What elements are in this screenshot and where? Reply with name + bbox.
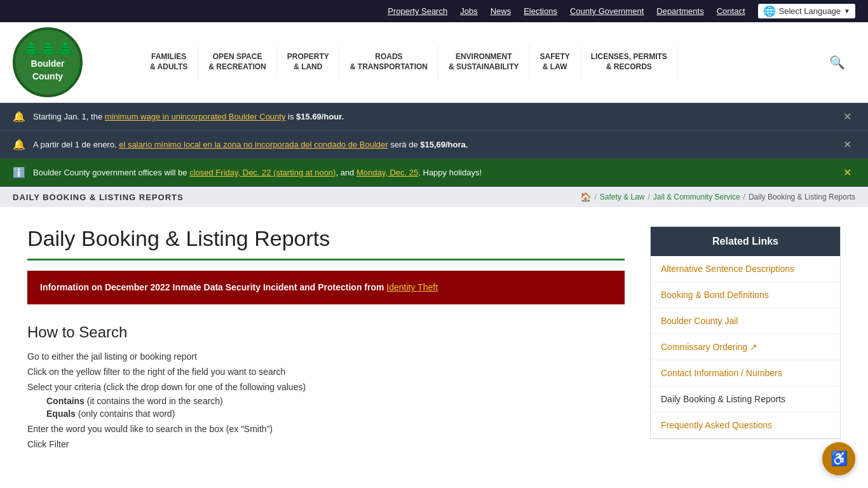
site-header: 🌲🌲🌲 Boulder County FAMILIES & ADULTS OPE… xyxy=(0,22,868,103)
home-icon[interactable]: 🏠 xyxy=(580,192,591,202)
language-label: Select Language xyxy=(779,6,841,16)
nav-property-land[interactable]: PROPERTY & LAND xyxy=(277,46,340,78)
info-icon: ℹ️ xyxy=(13,166,25,179)
nav-items-container: FAMILIES & ADULTS OPEN SPACE & RECREATIO… xyxy=(140,46,819,78)
globe-icon: 🌐 xyxy=(763,5,776,17)
alert-close-1[interactable]: ✕ xyxy=(839,109,855,124)
list-item: Enter the word you would like to search … xyxy=(27,424,625,434)
main-navigation: FAMILIES & ADULTS OPEN SPACE & RECREATIO… xyxy=(127,46,855,78)
top-nav-jobs[interactable]: Jobs xyxy=(460,6,477,16)
related-links-box: Related Links Alternative Sentence Descr… xyxy=(650,226,841,439)
site-search-button[interactable]: 🔍 xyxy=(819,48,855,76)
external-link-icon: ↗ xyxy=(750,342,757,352)
logo-tree-icon: 🌲🌲🌲 xyxy=(22,43,74,57)
breadcrumb-sep-3: / xyxy=(743,193,745,201)
related-link-item: Frequently Asked Questions xyxy=(651,412,840,438)
logo-area[interactable]: 🌲🌲🌲 Boulder County xyxy=(13,22,127,102)
bell-icon-1: 🔔 xyxy=(13,111,25,123)
related-link-item: Alternative Sentence Descriptions xyxy=(651,256,840,282)
boulder-county-logo[interactable]: 🌲🌲🌲 Boulder County xyxy=(13,27,83,97)
how-to-search-title: How to Search xyxy=(27,323,625,341)
nav-families-adults[interactable]: FAMILIES & ADULTS xyxy=(140,46,198,78)
breadcrumb-bar: DAILY BOOKING & LISTING REPORTS 🏠 / Safe… xyxy=(0,187,868,207)
breadcrumb-sep-2: / xyxy=(648,193,650,201)
alert-link-1[interactable]: minimum wage in unincorporated Boulder C… xyxy=(105,112,286,121)
breadcrumb-current: Daily Booking & Listing Reports xyxy=(749,193,855,201)
chevron-down-icon: ▼ xyxy=(844,8,850,15)
breadcrumb-navigation: 🏠 / Safety & Law / Jail & Community Serv… xyxy=(580,192,855,202)
language-selector[interactable]: 🌐 Select Language ▼ xyxy=(758,4,856,18)
related-links-title: Related Links xyxy=(651,227,840,256)
nav-licenses-permits[interactable]: LICENSES, PERMITS & RECORDS xyxy=(581,46,678,78)
page-title: Daily Booking & Listing Reports xyxy=(27,226,625,261)
page-content: Daily Booking & Listing Reports Informat… xyxy=(15,207,853,480)
alert-close-2[interactable]: ✕ xyxy=(839,137,855,152)
list-item: Click on the yellow filter to the right … xyxy=(27,367,625,377)
step-3: Select your criteria (click the drop dow… xyxy=(27,382,306,392)
link-contact-info[interactable]: Contact Information / Numbers xyxy=(661,368,782,378)
top-nav-county-government[interactable]: County Government xyxy=(570,6,644,16)
step-1: Go to either the jail listing or booking… xyxy=(27,351,197,362)
how-to-steps-list: Go to either the jail listing or booking… xyxy=(27,351,625,449)
step-5: Click Filter xyxy=(27,439,69,449)
alerts-bar: 🔔 Starting Jan. 1, the minimum wage in u… xyxy=(0,103,868,187)
related-link-item: Boulder County Jail xyxy=(651,308,840,334)
list-item: Go to either the jail listing or booking… xyxy=(27,351,625,362)
red-alert-text: Information on December 2022 Inmate Data… xyxy=(40,282,386,292)
top-nav-news[interactable]: News xyxy=(491,6,512,16)
nav-safety-law[interactable]: SAFETY & LAW xyxy=(529,46,580,78)
alert-text-1: Starting Jan. 1, the minimum wage in uni… xyxy=(33,112,839,121)
top-nav-property-search[interactable]: Property Search xyxy=(388,6,447,16)
sub-steps-list: Contains (it contains the word in the se… xyxy=(27,396,625,419)
breadcrumb-sep-1: / xyxy=(594,193,596,201)
top-nav-elections[interactable]: Elections xyxy=(524,6,557,16)
alert-text-3: Boulder County government offices will b… xyxy=(33,168,839,177)
alert-item-2: 🔔 A partir del 1 de enero, el salario mí… xyxy=(0,131,868,159)
alert-text-2: A partir del 1 de enero, el salario míni… xyxy=(33,140,839,149)
nav-roads-transportation[interactable]: ROADS & TRANSPORTATION xyxy=(340,46,438,78)
list-item: Click Filter xyxy=(27,439,625,449)
logo-line1: Boulder xyxy=(31,58,65,69)
list-item: Select your criteria (click the drop dow… xyxy=(27,382,625,419)
alert-item-3: ℹ️ Boulder County government offices wil… xyxy=(0,159,868,187)
link-faq[interactable]: Frequently Asked Questions xyxy=(661,420,772,430)
nav-environment[interactable]: ENVIRONMENT & SUSTAINABILITY xyxy=(438,46,529,78)
alert-link-2[interactable]: el salario mínimo local en la zona no in… xyxy=(119,140,388,149)
related-link-item: Booking & Bond Definitions xyxy=(651,282,840,308)
logo-line2: County xyxy=(32,71,63,82)
alert-close-3[interactable]: ✕ xyxy=(839,165,855,180)
step-4: Enter the word you would like to search … xyxy=(27,424,273,434)
link-booking-bond[interactable]: Booking & Bond Definitions xyxy=(661,290,769,300)
alert-item-1: 🔔 Starting Jan. 1, the minimum wage in u… xyxy=(0,103,868,131)
red-alert-box: Information on December 2022 Inmate Data… xyxy=(27,271,625,304)
alert-link-3b[interactable]: Monday, Dec. 25 xyxy=(356,168,418,177)
alert-link-3a[interactable]: closed Friday, Dec. 22 (starting at noon… xyxy=(189,168,336,177)
breadcrumb-jail-community[interactable]: Jail & Community Service xyxy=(653,193,740,201)
top-nav-departments[interactable]: Departments xyxy=(656,6,703,16)
bell-icon-2: 🔔 xyxy=(13,139,25,151)
list-item: Equals (only contains that word) xyxy=(46,409,625,419)
contains-label: Contains xyxy=(46,396,85,406)
link-boulder-county-jail[interactable]: Boulder County Jail xyxy=(661,316,738,326)
equals-label: Equals xyxy=(46,409,76,419)
main-column: Daily Booking & Listing Reports Informat… xyxy=(27,226,625,454)
related-link-item: Commissary Ordering ↗ xyxy=(651,334,840,360)
related-link-item: Contact Information / Numbers xyxy=(651,360,840,386)
breadcrumb-safety-law[interactable]: Safety & Law xyxy=(600,193,645,201)
step-2: Click on the yellow filter to the right … xyxy=(27,367,285,377)
sidebar: Related Links Alternative Sentence Descr… xyxy=(650,226,841,454)
identity-theft-link[interactable]: Identity Theft xyxy=(386,282,438,292)
top-navigation: Property Search Jobs News Elections Coun… xyxy=(0,0,868,22)
accessibility-button[interactable]: ♿ xyxy=(822,442,855,475)
contains-desc: (it contains the word in the search) xyxy=(85,396,223,406)
breadcrumb-page-title: DAILY BOOKING & LISTING REPORTS xyxy=(13,193,184,202)
top-nav-contact[interactable]: Contact xyxy=(717,6,745,16)
list-item: Contains (it contains the word in the se… xyxy=(46,396,625,406)
equals-desc: (only contains that word) xyxy=(76,409,175,419)
link-commissary-ordering[interactable]: Commissary Ordering ↗ xyxy=(661,342,757,352)
link-daily-booking[interactable]: Daily Booking & Listing Reports xyxy=(661,394,785,404)
related-link-item-active: Daily Booking & Listing Reports xyxy=(651,386,840,412)
link-alternative-sentence[interactable]: Alternative Sentence Descriptions xyxy=(661,264,794,274)
nav-open-space[interactable]: OPEN SPACE & RECREATION xyxy=(198,46,276,78)
